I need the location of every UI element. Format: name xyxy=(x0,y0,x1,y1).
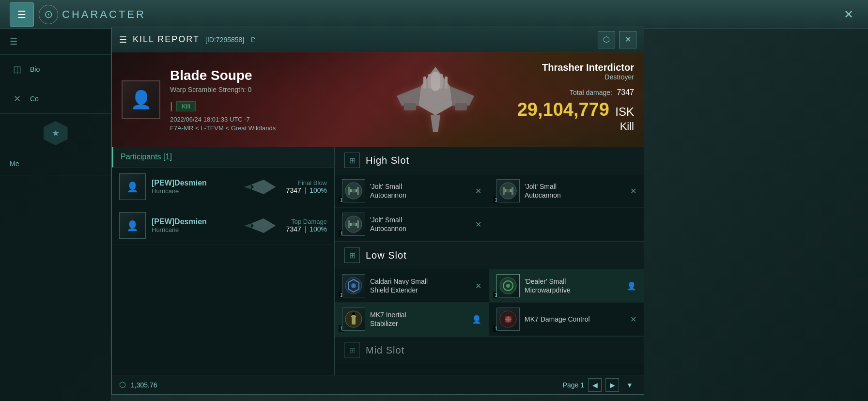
low-slot-item-1-close[interactable]: ✕ xyxy=(475,281,481,291)
high-slot-title: High Slot xyxy=(366,155,409,166)
low-slot-item-4[interactable]: 1 MK7 Damage Control xyxy=(489,303,644,336)
low-slot-item-4-icon xyxy=(496,308,520,331)
modal-close-button[interactable]: ✕ xyxy=(619,31,636,48)
svg-point-26 xyxy=(506,189,510,193)
filter-button[interactable]: ▼ xyxy=(623,378,636,392)
autocannon-3-icon-svg xyxy=(344,215,363,233)
footer-value: 1,305.76 xyxy=(131,381,157,389)
sidebar-menu-button[interactable]: ☰ xyxy=(0,29,111,55)
total-damage-label: Total damage: xyxy=(570,89,612,96)
high-slot-item-4 xyxy=(489,208,644,241)
sidebar-star-item[interactable]: ★ xyxy=(0,114,111,153)
kill-label: Kill xyxy=(176,101,195,111)
low-slot-item-4-name: MK7 Damage Control xyxy=(525,315,625,324)
total-damage-value: 7347 xyxy=(617,88,634,96)
high-slot-item-3[interactable]: 1 'Jolt' SmallAutocannon ✕ xyxy=(335,208,489,241)
svg-point-43 xyxy=(352,312,355,315)
participant-2-info: [PEW]Desmien Hurricane xyxy=(152,217,236,233)
isk-value: 29,104,779 xyxy=(517,99,609,120)
participant-row[interactable]: 👤 [PEW]Desmien Hurricane Final Blow xyxy=(112,168,334,206)
close-main-button[interactable]: ✕ xyxy=(839,5,858,24)
ship-class: Destroyer xyxy=(517,73,634,81)
microwarpdrive-icon-svg xyxy=(499,277,517,295)
low-slot-item-1-name: Caldari Navy SmallShield Extender xyxy=(370,277,470,294)
sidebar-item-combat[interactable]: ✕ Co xyxy=(0,84,111,114)
modal-header-actions: ⬡ ✕ xyxy=(598,31,636,48)
participant-2-ship-icon xyxy=(242,214,280,238)
high-slot-item-1[interactable]: 1 'Jolt' SmallAutocannon ✕ xyxy=(335,174,489,208)
participant-1-ship: Hurricane xyxy=(152,187,236,195)
svg-marker-16 xyxy=(244,223,251,228)
autocannon-2-icon-svg xyxy=(499,182,517,200)
low-slot-item-3-icon xyxy=(342,308,365,331)
kill-indicator-icon: | xyxy=(170,101,172,112)
low-slot-header: ⊞ Low Slot xyxy=(335,242,644,269)
svg-rect-7 xyxy=(428,74,431,89)
sidebar-item-bio[interactable]: ◫ Bio xyxy=(0,55,111,84)
svg-rect-48 xyxy=(506,317,508,319)
high-slot-item-1-icon xyxy=(342,179,365,202)
low-slot-item-3-person: 👤 xyxy=(472,315,481,324)
kill-stats: Thrasher Interdictor Destroyer Total dam… xyxy=(517,62,634,133)
sidebar-item-me[interactable]: Me xyxy=(0,153,111,175)
ship-name: Thrasher Interdictor xyxy=(517,62,634,73)
page-label: Page 1 xyxy=(563,381,584,389)
modal-export-button[interactable]: ⬡ xyxy=(598,31,615,48)
participant-1-pct: 100% xyxy=(310,186,327,194)
mid-slot-icon: ⊞ xyxy=(344,342,360,358)
modal-title: KILL REPORT xyxy=(133,34,200,45)
svg-rect-25 xyxy=(512,187,513,195)
high-slot-item-1-close[interactable]: ✕ xyxy=(475,186,481,196)
participant-1-ship-icon xyxy=(242,175,280,199)
high-slot-item-3-close[interactable]: ✕ xyxy=(475,220,481,229)
svg-rect-6 xyxy=(423,77,426,89)
hamburger-icon: ☰ xyxy=(10,36,17,47)
participant-2-damage-row: 7347 | 100% xyxy=(286,225,327,233)
low-slot-item-4-close[interactable]: ✕ xyxy=(630,315,636,324)
modal-copy-icon[interactable]: 🗋 xyxy=(250,36,257,44)
prev-page-button[interactable]: ◀ xyxy=(588,378,602,392)
low-slot-item-2[interactable]: 1 'Dealer' SmallMicrowarpdrive 👤 xyxy=(489,269,644,303)
low-slot-grid: 1 + Caldari Navy SmallShield Extender ✕ xyxy=(335,269,644,337)
warp-scramble-text: Warp Scramble Strength: 0 xyxy=(170,86,276,93)
participant-1-stats: Final Blow 7347 | 100% xyxy=(286,179,327,194)
sidebar-combat-label: Co xyxy=(30,95,39,103)
high-slot-item-3-name: 'Jolt' SmallAutocannon xyxy=(370,216,470,233)
svg-marker-2 xyxy=(450,86,474,106)
next-page-button[interactable]: ▶ xyxy=(605,378,619,392)
combat-icon: ✕ xyxy=(10,92,24,106)
svg-rect-29 xyxy=(348,220,350,228)
sidebar-me-label: Me xyxy=(10,160,19,168)
high-slot-item-2[interactable]: 1 'Jolt' SmallAutocannon ✕ xyxy=(489,174,644,208)
low-slot-item-1[interactable]: 1 + Caldari Navy SmallShield Extender ✕ xyxy=(335,269,489,303)
menu-button[interactable]: ☰ xyxy=(10,2,34,27)
top-bar: ☰ ⊙ CHARACTER ✕ xyxy=(0,0,868,29)
high-slot-header: ⊞ High Slot xyxy=(335,147,644,174)
svg-rect-30 xyxy=(357,220,359,228)
star-icon: ★ xyxy=(52,128,60,139)
high-slot-grid: 1 'Jolt' SmallAutocannon ✕ xyxy=(335,174,644,242)
low-slot-item-2-icon xyxy=(496,274,520,297)
svg-rect-49 xyxy=(509,317,511,319)
pilot-name: Blade Soupe xyxy=(170,68,276,83)
kill-datetime: 2022/06/24 18:01:33 UTC -7 xyxy=(170,116,276,123)
low-slot-item-3[interactable]: 1 MK7 InertialStabilizer 👤 xyxy=(335,303,489,336)
kill-info: Blade Soupe Warp Scramble Strength: 0 | … xyxy=(170,68,276,132)
participant-1-stat-label: Final Blow xyxy=(286,179,327,186)
isk-currency: ISK xyxy=(615,105,634,118)
ship-image xyxy=(382,62,489,139)
participant-row-2[interactable]: 👤 [PEW]Desmien Hurricane Top Damage xyxy=(112,206,334,245)
participant-2-sep: | xyxy=(305,225,307,233)
bio-icon: ◫ xyxy=(10,62,24,77)
svg-marker-13 xyxy=(244,185,251,189)
high-slot-item-2-close[interactable]: ✕ xyxy=(630,186,636,196)
svg-rect-3 xyxy=(404,103,416,110)
svg-rect-50 xyxy=(506,320,508,322)
svg-rect-9 xyxy=(445,77,448,89)
participant-1-info: [PEW]Desmien Hurricane xyxy=(152,179,236,195)
participant-1-avatar: 👤 xyxy=(119,173,146,200)
modal-id: [ID:7295858] xyxy=(205,36,244,44)
low-slot-item-1-icon: + xyxy=(342,274,365,297)
isk-row: 29,104,779 ISK xyxy=(517,99,634,120)
high-slot-item-2-icon xyxy=(496,179,520,202)
